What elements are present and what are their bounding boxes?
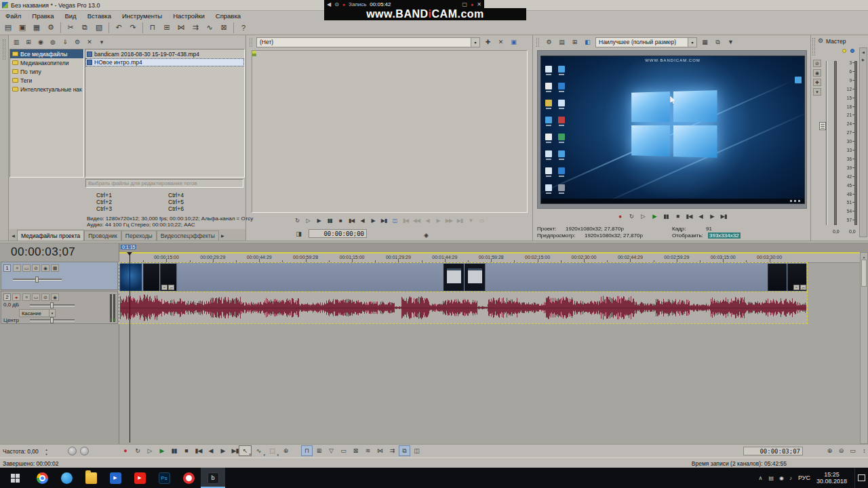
time-ruler[interactable]: 00:00:15:0000:00:29:2900:00:44:2900:00:5… bbox=[119, 252, 868, 263]
fx-video-monitor-icon[interactable]: ▣ bbox=[508, 37, 519, 47]
fx-step-fwd-button[interactable]: ▶ bbox=[433, 216, 443, 225]
pan-knob[interactable] bbox=[80, 447, 89, 455]
rate-spin-up-icon[interactable]: ▴ bbox=[43, 447, 50, 451]
fx-marker-button[interactable]: ▼ bbox=[466, 216, 476, 225]
group-events-icon[interactable]: ⊠ bbox=[350, 445, 361, 456]
video-event[interactable]: ≈▱≈▱ bbox=[119, 263, 807, 291]
master-fader-handle[interactable] bbox=[819, 122, 826, 130]
paste-icon[interactable]: ▧ bbox=[92, 21, 106, 34]
tool-envelope-edit[interactable]: ∿▾ bbox=[252, 445, 265, 456]
pv-split-screen-icon[interactable]: ◧ bbox=[582, 37, 593, 47]
media-remove-icon[interactable]: ✕ bbox=[84, 37, 95, 47]
snap-icon[interactable]: ⊓ bbox=[146, 21, 159, 34]
fx-prev-frame-button[interactable]: ◀ bbox=[357, 216, 368, 225]
fx-loop-button[interactable]: ↻ bbox=[292, 216, 302, 225]
tray-chevron-icon[interactable]: ∧ bbox=[759, 475, 763, 481]
media-views-icon[interactable]: ▾ bbox=[96, 37, 107, 47]
video-track-header[interactable]: 1 ≡▭⊘◉▦ bbox=[1, 262, 118, 290]
menu-file[interactable]: Файл bbox=[0, 11, 26, 20]
audio-track-button-1[interactable]: ▭ bbox=[32, 293, 40, 301]
tab-video-fx[interactable]: Видеоспецэффекты bbox=[157, 230, 219, 241]
marker-badge[interactable]: 0:1:15 bbox=[121, 245, 136, 249]
audio-track-button-0[interactable]: ≡ bbox=[22, 293, 31, 301]
fx-remove-plugin-icon[interactable]: ✕ bbox=[495, 37, 507, 47]
zoom-in-time-icon[interactable]: ⊕ bbox=[825, 445, 835, 456]
master-record-led[interactable] bbox=[842, 49, 846, 53]
snap-to-grid-icon[interactable]: ⊞ bbox=[313, 445, 325, 456]
bandicam-minimize-icon[interactable]: ▢ bbox=[462, 1, 468, 7]
pv-go-start-button[interactable]: ▮◀ bbox=[684, 211, 694, 222]
pv-stop-button[interactable]: ■ bbox=[672, 211, 683, 222]
tree-tags[interactable]: Теги bbox=[10, 76, 83, 85]
event-fx-button[interactable]: ≈ bbox=[793, 285, 800, 290]
play-from-start-button[interactable]: ▷ bbox=[144, 445, 155, 456]
help-whats-this-icon[interactable]: ? bbox=[237, 21, 250, 34]
taskbar-photoshop-icon[interactable]: Ps bbox=[152, 468, 176, 488]
menu-tools[interactable]: Инструменты bbox=[117, 11, 167, 20]
video-track-button-0[interactable]: ≡ bbox=[13, 264, 21, 272]
pv-external-monitor-icon[interactable]: ▤ bbox=[556, 37, 568, 47]
video-track-button-4[interactable]: ▦ bbox=[51, 264, 59, 272]
audio-track-button-2[interactable]: ⊘ bbox=[41, 293, 50, 301]
undo-icon[interactable]: ↶ bbox=[112, 21, 125, 34]
loop-playback-button[interactable]: ↻ bbox=[132, 445, 143, 456]
master-fx-icon[interactable]: ✚ bbox=[813, 79, 821, 86]
action-center-button[interactable] bbox=[854, 468, 868, 488]
bandicam-close-icon[interactable]: ✕ bbox=[477, 1, 481, 7]
record-arm-button[interactable]: ● bbox=[12, 293, 20, 301]
pv-play-button[interactable]: ▶ bbox=[649, 211, 660, 222]
fx-play-button[interactable]: ▶ bbox=[314, 216, 324, 225]
tool-zoom-edit[interactable]: ⊕ bbox=[279, 445, 292, 456]
fx-rewind-button[interactable]: ◀◀ bbox=[412, 216, 422, 225]
copy-icon[interactable]: ⧉ bbox=[78, 21, 92, 34]
bandicam-cam-icon[interactable]: ⊙ bbox=[334, 1, 339, 7]
taskbar-opera-icon[interactable] bbox=[176, 468, 201, 488]
fx-brightness-icon[interactable]: ☼ bbox=[421, 230, 431, 240]
menu-edit[interactable]: Правка bbox=[26, 11, 59, 20]
audio-track-header[interactable]: 2 ● 0,0 дБ Касание ▾ Центр ≡▭⊘◉ bbox=[1, 291, 118, 324]
select-events-to-end-icon[interactable]: ⧉ bbox=[399, 445, 410, 456]
prev-frame-button[interactable]: ◀ bbox=[205, 445, 216, 456]
auto-crossfade-icon[interactable]: ⋈ bbox=[374, 445, 386, 456]
taskbar-bandicam-icon[interactable]: b bbox=[201, 468, 225, 488]
tree-all-media[interactable]: Все медиафайлы bbox=[10, 49, 83, 58]
taskbar-youtube-icon[interactable]: ▶ bbox=[127, 468, 152, 488]
pv-play-from-start-button[interactable]: ▷ bbox=[637, 211, 648, 222]
cut-icon[interactable]: ✂ bbox=[64, 21, 77, 34]
taskbar-clock[interactable]: 15:25 30.08.2018 bbox=[816, 471, 847, 485]
pv-next-frame-button[interactable]: ▶ bbox=[707, 211, 717, 222]
play-button[interactable]: ▶ bbox=[156, 445, 167, 456]
media-properties-icon[interactable]: ⚙ bbox=[72, 37, 83, 47]
tray-volume-icon[interactable]: ♪ bbox=[789, 475, 792, 481]
pv-overlays-icon[interactable]: ⊞ bbox=[569, 37, 580, 47]
ignore-grouping-icon[interactable]: ⊠ bbox=[217, 21, 231, 34]
marker-bar[interactable]: 0:1:15 bbox=[119, 243, 868, 252]
lock-envelopes-icon[interactable]: ∿ bbox=[203, 21, 216, 34]
dock-strip[interactable] bbox=[0, 35, 9, 241]
rate-knob[interactable] bbox=[68, 447, 77, 455]
event-fx-button[interactable]: ▱ bbox=[168, 285, 174, 290]
pv-save-frame-icon[interactable]: ▼ bbox=[725, 37, 736, 47]
trimmer-overlay-icon[interactable]: ◨ bbox=[294, 229, 304, 239]
fx-go-start-button[interactable]: ▮◀ bbox=[347, 216, 357, 225]
tray-battery-icon[interactable]: ▤ bbox=[768, 475, 774, 481]
menu-options[interactable]: Настройки bbox=[167, 11, 210, 20]
fx-ffwd-button[interactable]: ▶▶ bbox=[444, 216, 454, 225]
pv-copy-frame-icon[interactable]: ⧉ bbox=[712, 37, 724, 47]
audio-pan-handle[interactable] bbox=[50, 317, 54, 323]
master-mute-icon[interactable]: ⊘ bbox=[813, 60, 821, 67]
auto-crossfade-icon[interactable]: ⋈ bbox=[174, 21, 188, 34]
fx-plugin-chain-icon[interactable]: ✚ bbox=[482, 37, 494, 47]
pv-prev-frame-button[interactable]: ◀ bbox=[695, 211, 706, 222]
media-new-bin-icon[interactable]: ▥ bbox=[11, 37, 22, 47]
tree-smart-bins[interactable]: Интеллектуальные нак bbox=[10, 85, 83, 94]
video-track-button-2[interactable]: ⊘ bbox=[32, 264, 40, 272]
taskbar-explorer-icon[interactable] bbox=[79, 468, 103, 488]
tab-transitions[interactable]: Переходы bbox=[121, 230, 157, 241]
file-bandicam-clip[interactable]: bandicam 2018-08-30 15-19-07-438.mp4 bbox=[85, 50, 244, 58]
scroll-right-icon[interactable]: ▶ bbox=[860, 56, 867, 62]
video-track-button-3[interactable]: ◉ bbox=[41, 264, 50, 272]
trimmer-media-dropdown[interactable]: (Нет) ▾ bbox=[256, 37, 480, 47]
language-indicator[interactable]: РУС bbox=[798, 474, 810, 481]
taskbar-player-icon[interactable]: ▶ bbox=[103, 468, 127, 488]
